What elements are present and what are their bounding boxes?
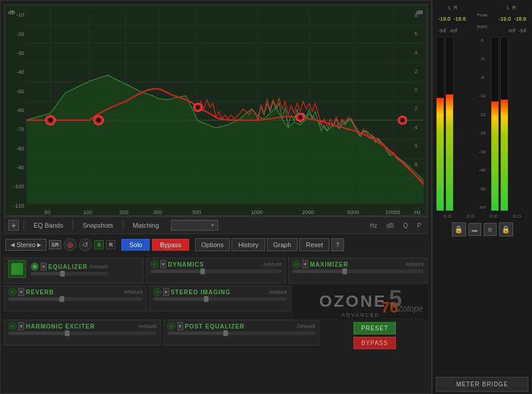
maximizer-arrow[interactable]: ▼ <box>302 260 308 268</box>
peak-label: Peak <box>477 12 487 23</box>
peak-right-fill <box>446 94 453 211</box>
svg-text:5000: 5000 <box>347 209 359 215</box>
hz-field: Hz <box>368 222 379 229</box>
peak-values-row: -19.0 -18.8 Peak -19.0 -18.8 <box>436 12 528 24</box>
post-eq-slider[interactable] <box>167 331 316 335</box>
lock-left-button[interactable]: 🔒 <box>452 222 466 237</box>
reverb-slider-thumb <box>60 296 64 302</box>
equalizer-header: ▼ EQUALIZER Amount <box>8 260 140 278</box>
dynamics-module[interactable]: ▼ DYNAMICS Amount <box>146 258 286 284</box>
svg-text:2: 2 <box>415 106 418 111</box>
rms-right-value: -Inf -Inf <box>508 24 526 35</box>
harmonic-exciter-module[interactable]: ▼ HARMONIC EXCITER Amount <box>4 320 161 346</box>
stereo-imaging-power-button[interactable] <box>153 288 161 296</box>
svg-text:dB: dB <box>8 9 15 15</box>
stereo-imaging-slider-thumb <box>204 296 209 302</box>
harmonic-exciter-arrow[interactable]: ▼ <box>18 322 24 330</box>
eq-graph-area[interactable]: -10 -20 -30 -40 -50 -60 -70 -80 -90 -100… <box>4 4 428 216</box>
svg-point-26 <box>298 115 302 119</box>
bottom-label-3: D.D <box>490 214 498 219</box>
dynamics-amount: Amount <box>263 261 282 267</box>
history-button[interactable]: History <box>232 238 265 251</box>
meter-bridge-button[interactable]: METER BRIDGE <box>436 377 528 392</box>
snapshots-label[interactable]: Snapshots <box>78 222 118 229</box>
meter-channel-headers: L R L R <box>436 4 528 12</box>
ozone-text: OZONE <box>319 292 387 311</box>
settings-icon[interactable]: ⚙ <box>484 223 497 236</box>
maximizer-module[interactable]: ▼ MAXIMIZER Amount <box>288 258 428 284</box>
reverb-power-button[interactable] <box>8 288 16 296</box>
eq-toolbar: + EQ Bands Snapshots Matching ▼ Hz dB Q … <box>4 216 428 234</box>
svg-point-22 <box>96 118 101 123</box>
reverb-slider[interactable] <box>8 297 143 301</box>
dynamics-arrow[interactable]: ▼ <box>160 260 166 268</box>
reverb-arrow[interactable]: ▼ <box>18 288 24 296</box>
stereo-imaging-module[interactable]: ▼ STEREO IMAGING Amount <box>149 285 292 311</box>
scale-50: -50 <box>475 186 490 192</box>
rms-left-fill <box>491 101 498 211</box>
maximizer-name: MAXIMIZER <box>310 261 348 268</box>
s-badge: S <box>94 240 104 249</box>
svg-text:500: 500 <box>192 209 201 215</box>
harmonic-exciter-slider-thumb <box>65 330 70 336</box>
scale-30: -30 <box>475 149 490 155</box>
meter-bottom-labels: D.D D.D D.D D.D <box>436 212 528 220</box>
equalizer-module[interactable]: ▼ EQUALIZER Amount <box>4 258 144 284</box>
equalizer-amount: Amount <box>90 264 108 270</box>
maximizer-slider[interactable] <box>292 270 424 273</box>
svg-text:300: 300 <box>153 209 162 215</box>
maximizer-power-button[interactable] <box>292 260 300 268</box>
bypass-button[interactable]: Bypass <box>152 239 189 251</box>
harmonic-exciter-power-button[interactable] <box>8 322 16 330</box>
equalizer-power-button[interactable] <box>31 262 39 271</box>
stereo-imaging-arrow[interactable]: ▼ <box>163 288 169 296</box>
svg-text:100: 100 <box>83 209 92 215</box>
module-row-1: ▼ EQUALIZER Amount <box>4 258 428 284</box>
dynamics-slider[interactable] <box>150 270 282 273</box>
post-eq-amount: Amount <box>297 323 315 329</box>
meters-icon[interactable]: ▬ <box>468 223 481 236</box>
post-eq-slider-fill <box>167 331 227 335</box>
svg-text:1000: 1000 <box>251 209 263 215</box>
equalizer-slider-thumb <box>60 271 65 277</box>
svg-text:4: 4 <box>415 50 418 55</box>
post-eq-power-button[interactable] <box>167 322 176 330</box>
lock-right-button[interactable]: 🔒 <box>499 222 513 237</box>
bypass-bottom-button[interactable]: BYPASS <box>353 337 395 349</box>
harmonic-exciter-slider[interactable] <box>8 331 157 335</box>
options-button[interactable]: Options <box>195 238 230 251</box>
settings-button[interactable]: ⊕ <box>64 238 77 251</box>
add-band-button[interactable]: + <box>8 220 19 231</box>
harmonic-exciter-slider-fill <box>8 331 68 335</box>
svg-point-20 <box>48 118 53 123</box>
matching-label[interactable]: Matching <box>128 222 164 229</box>
reverb-module[interactable]: ▼ REVERB Amount <box>4 285 147 311</box>
stereo-imaging-name: STEREO IMAGING <box>171 289 231 296</box>
ozone-logo-area: OZONE 5 ADVANCED iZotope 76 <box>293 285 428 318</box>
solo-button[interactable]: Solo <box>121 239 150 251</box>
module-row-2: ▼ REVERB Amount <box>4 285 428 318</box>
dynamics-power-button[interactable] <box>150 260 158 268</box>
reset-button[interactable]: Reset <box>299 238 329 251</box>
peak-left-fill <box>437 98 444 211</box>
controls-bar: ◀ Stereo ▶ SR ⊕ ↺ S R Solo Bypass Option… <box>4 234 428 255</box>
refresh-button[interactable]: ↺ <box>79 238 92 251</box>
stereo-imaging-slider[interactable] <box>153 297 288 301</box>
graph-button[interactable]: Graph <box>267 238 298 251</box>
post-equalizer-module[interactable]: ▼ POST EQUALIZER Amount <box>163 320 320 346</box>
stereo-button[interactable]: ◀ Stereo ▶ <box>5 239 47 251</box>
svg-text:2000: 2000 <box>302 209 314 215</box>
scale-40: -40 <box>475 168 490 173</box>
equalizer-arrow[interactable]: ▼ <box>41 262 47 271</box>
matching-dropdown[interactable]: ▼ <box>171 220 218 231</box>
post-eq-arrow[interactable]: ▼ <box>177 322 183 330</box>
preset-button[interactable]: PRESET <box>353 322 396 334</box>
maximizer-header: ▼ MAXIMIZER Amount <box>292 260 424 273</box>
help-button[interactable]: ? <box>331 238 344 251</box>
dynamics-slider-thumb <box>200 268 205 274</box>
svg-text:10000: 10000 <box>385 209 401 215</box>
eq-bands-label: EQ Bands <box>29 222 68 229</box>
equalizer-slider[interactable] <box>31 272 108 275</box>
equalizer-led <box>8 260 26 278</box>
preset-area: PRESET BYPASS <box>322 320 428 352</box>
